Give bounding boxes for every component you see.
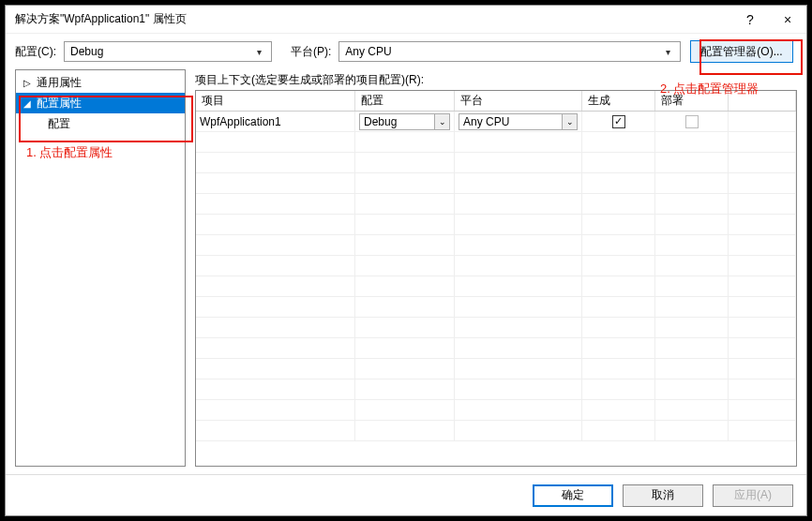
- window-title: 解决方案"WpfApplication1" 属性页: [15, 11, 731, 27]
- cell-filler: [729, 112, 796, 132]
- table-row: [196, 194, 796, 215]
- config-combo[interactable]: Debug ▾: [64, 41, 272, 62]
- config-manager-button[interactable]: 配置管理器(O)...: [690, 40, 792, 63]
- row-platform-combo[interactable]: Any CPU ⌄: [459, 113, 578, 130]
- table-row: [196, 318, 796, 338]
- chevron-down-icon: ⌄: [562, 114, 577, 129]
- body: ▷ 通用属性 ◢ 配置属性 配置 项目上下文(选定要生成或部署的项目配置)(R)…: [6, 69, 806, 474]
- table-row: [196, 421, 796, 441]
- cell-deploy: [655, 112, 729, 132]
- col-build[interactable]: 生成: [582, 91, 655, 111]
- cell-config: Debug ⌄: [355, 112, 455, 132]
- table-row: [196, 400, 796, 421]
- table-row: [196, 297, 796, 318]
- table-row: WpfApplication1 Debug ⌄ Any CPU ⌄: [196, 112, 796, 132]
- col-project[interactable]: 项目: [196, 91, 355, 111]
- table-row: [196, 256, 796, 276]
- table-row: [196, 173, 796, 194]
- chevron-down-icon: ◢: [23, 98, 33, 109]
- table-row: [196, 215, 796, 235]
- properties-dialog: 解决方案"WpfApplication1" 属性页 ? × 配置(C): Deb…: [5, 5, 807, 516]
- platform-value: Any CPU: [345, 45, 661, 58]
- tree-label: 配置: [48, 116, 70, 132]
- platform-combo[interactable]: Any CPU ▾: [338, 41, 681, 62]
- project-context-grid: 项目 配置 平台 生成 部署 WpfApplication1 Debug ⌄: [195, 90, 797, 467]
- chevron-down-icon: ⌄: [434, 114, 449, 129]
- table-row: [196, 132, 796, 153]
- build-checkbox[interactable]: ✓: [612, 115, 625, 128]
- footer: 确定 取消 应用(A): [6, 474, 806, 515]
- col-config[interactable]: 配置: [355, 91, 455, 111]
- row-config-combo[interactable]: Debug ⌄: [359, 113, 450, 130]
- row-config-value: Debug: [360, 115, 434, 128]
- right-pane: 项目上下文(选定要生成或部署的项目配置)(R): 项目 配置 平台 生成 部署 …: [195, 69, 797, 467]
- col-deploy[interactable]: 部署: [655, 91, 729, 111]
- grid-header: 项目 配置 平台 生成 部署: [196, 91, 796, 112]
- grid-rows: WpfApplication1 Debug ⌄ Any CPU ⌄: [196, 112, 796, 466]
- table-row: [196, 153, 796, 173]
- cell-build: ✓: [582, 112, 655, 132]
- config-value: Debug: [70, 45, 252, 58]
- config-manager-label: 配置管理器(O)...: [700, 44, 782, 60]
- cell-project: WpfApplication1: [196, 112, 355, 132]
- tree-node-common[interactable]: ▷ 通用属性: [16, 72, 185, 93]
- cancel-button[interactable]: 取消: [623, 484, 703, 507]
- config-label: 配置(C):: [15, 44, 56, 60]
- table-row: [196, 359, 796, 380]
- context-label: 项目上下文(选定要生成或部署的项目配置)(R):: [195, 69, 797, 90]
- table-row: [196, 235, 796, 256]
- titlebar: 解决方案"WpfApplication1" 属性页 ? ×: [6, 6, 806, 34]
- properties-tree: ▷ 通用属性 ◢ 配置属性 配置: [15, 69, 186, 467]
- col-filler: [729, 91, 796, 111]
- platform-label: 平台(P):: [291, 44, 331, 60]
- help-button[interactable]: ?: [731, 7, 769, 33]
- row-platform-value: Any CPU: [459, 115, 562, 128]
- chevron-right-icon: ▷: [23, 78, 33, 88]
- toolbar: 配置(C): Debug ▾ 平台(P): Any CPU ▾ 配置管理器(O)…: [6, 34, 806, 69]
- tree-node-config-props[interactable]: ◢ 配置属性: [16, 93, 185, 113]
- chevron-down-icon: ▾: [252, 47, 265, 57]
- tree-node-config[interactable]: 配置: [16, 113, 185, 134]
- close-button[interactable]: ×: [769, 7, 806, 33]
- cell-platform: Any CPU ⌄: [455, 112, 582, 132]
- apply-button[interactable]: 应用(A): [713, 484, 793, 507]
- ok-button[interactable]: 确定: [533, 484, 613, 507]
- tree-label: 通用属性: [37, 75, 82, 91]
- table-row: [196, 380, 796, 400]
- table-row: [196, 276, 796, 297]
- deploy-checkbox: [685, 115, 699, 128]
- col-platform[interactable]: 平台: [455, 91, 582, 111]
- chevron-down-icon: ▾: [661, 47, 674, 57]
- tree-label: 配置属性: [37, 96, 82, 112]
- table-row: [196, 338, 796, 359]
